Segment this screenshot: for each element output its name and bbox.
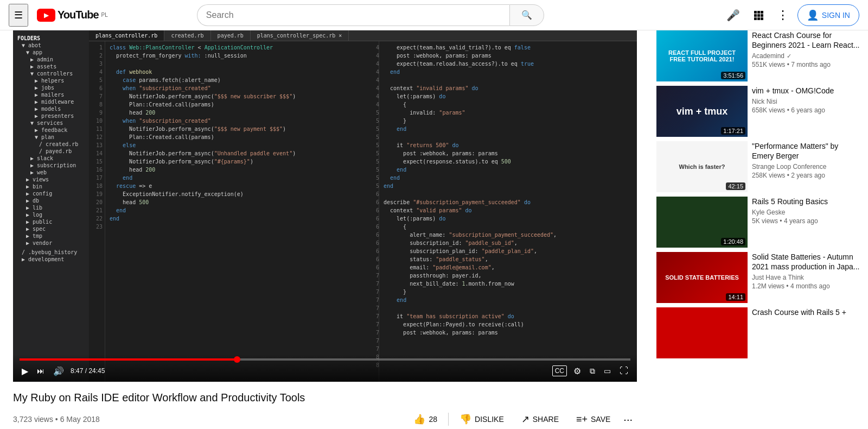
rec-channel-2: Strange Loop Conference [752, 163, 861, 171]
share-button[interactable]: ↗ SHARE [513, 409, 567, 429]
rec-title-0: React Crash Course for Beginners 2021 - … [752, 30, 861, 50]
rec-channel-0: Academind ✓ [752, 52, 861, 60]
video-actions: 👍 28 👎 DISLIKE ↗ SHARE ≡+ SAVE ··· [405, 409, 637, 429]
recommended-item[interactable]: SOLID STATE BATTERIES 14:11 Solid State … [656, 252, 861, 303]
microphone-button[interactable]: 🎤 [722, 4, 744, 26]
rec-info-4: Solid State Batteries - Autumn 2021 mass… [752, 252, 861, 303]
rec-title-4: Solid State Batteries - Autumn 2021 mass… [752, 252, 861, 272]
svg-rect-3 [754, 14, 757, 17]
recommended-item[interactable]: 1:20:48 Rails 5 Routing Basics Kyle Gesk… [656, 197, 861, 248]
miniplayer-button[interactable]: ⧉ [588, 365, 597, 377]
main-layout: FOLDERS ▼ abot ▼ app ▶ admin ▶ assets ▼ … [0, 30, 868, 429]
more-options-button[interactable]: ··· [619, 409, 637, 429]
svg-rect-2 [761, 11, 763, 14]
rec-channel-1: Nick Nisi [752, 98, 861, 105]
settings-button[interactable]: ⚙ [571, 365, 583, 377]
youtube-logo-icon [37, 9, 55, 22]
play-button[interactable]: ▶ [20, 365, 30, 377]
publish-date: 6 May 2018 [60, 415, 100, 424]
thumb-duration-3: 1:20:48 [721, 238, 745, 245]
rec-channel-4: Just Have a Think [752, 274, 861, 281]
thumbs-up-icon: 👍 [413, 413, 425, 425]
rec-title-2: "Performance Matters" by Emery Berger [752, 141, 861, 161]
rec-thumbnail-4: SOLID STATE BATTERIES 14:11 [656, 252, 748, 303]
header: ☰ YouTubePL 🔍 🎤 ⋮ 👤 SIGN IN [0, 0, 868, 30]
rec-meta-2: 258K views • 2 years ago [752, 172, 861, 179]
like-count: 28 [429, 415, 437, 424]
video-player[interactable]: FOLDERS ▼ abot ▼ app ▶ admin ▶ assets ▼ … [13, 30, 637, 382]
progress-bar[interactable] [20, 358, 630, 361]
search-button[interactable]: 🔍 [509, 4, 544, 26]
recommended-item[interactable]: REACT FULL PROJECT FREE TUTORIAL 2021! 3… [656, 30, 861, 81]
fullscreen-button[interactable]: ⛶ [617, 365, 630, 377]
rec-meta-1: 658K views • 6 years ago [752, 106, 861, 114]
share-label: SHARE [533, 415, 559, 424]
next-button[interactable]: ⏭ [35, 365, 47, 376]
rec-thumbnail-5 [656, 307, 748, 358]
save-button[interactable]: ≡+ SAVE [567, 409, 619, 429]
rec-thumbnail-3: 1:20:48 [656, 197, 748, 248]
time-current: 8:47 [71, 367, 83, 375]
more-button[interactable]: ⋮ [773, 4, 793, 27]
svg-rect-5 [761, 14, 763, 17]
time-display: 8:47 / 24:45 [71, 367, 105, 375]
rec-meta-0: 551K views • 7 months ago [752, 61, 861, 68]
video-meta: 3,723 views • 6 May 2018 👍 28 👎 DISLIKE … [13, 409, 637, 429]
theater-button[interactable]: ▭ [602, 365, 613, 376]
view-count: 3,723 views [13, 415, 53, 424]
date-separator: • [55, 415, 60, 424]
rec-info-0: React Crash Course for Beginners 2021 - … [752, 30, 861, 81]
video-controls: ▶ ⏭ 🔊 8:47 / 24:45 CC ⚙ ⧉ ▭ ⛶ [13, 354, 637, 382]
svg-rect-7 [757, 17, 760, 20]
rec-meta-4: 1.2M views • 4 months ago [752, 282, 861, 290]
rec-title-3: Rails 5 Routing Basics [752, 197, 861, 206]
recommended-item[interactable]: Crash Course with Rails 5 + [656, 307, 861, 358]
rec-info-2: "Performance Matters" by Emery Berger St… [752, 141, 861, 192]
youtube-country: PL [101, 12, 108, 18]
rec-title-1: vim + tmux - OMG!Code [752, 86, 861, 96]
video-thumbnail: FOLDERS ▼ abot ▼ app ▶ admin ▶ assets ▼ … [13, 30, 637, 382]
like-button[interactable]: 👍 28 [405, 409, 446, 429]
rec-meta-3: 5K views • 4 years ago [752, 217, 861, 225]
apps-button[interactable] [749, 5, 768, 25]
rec-info-3: Rails 5 Routing Basics Kyle Geske 5K vie… [752, 197, 861, 248]
rec-info-5: Crash Course with Rails 5 + [752, 307, 861, 358]
rec-thumbnail-2: Which is faster? 42:15 [656, 141, 748, 192]
thumb-duration-0: 3:51:56 [721, 72, 745, 79]
video-title: My Ruby on Rails IDE editor Workflow and… [13, 390, 637, 405]
svg-rect-1 [757, 11, 760, 14]
verified-icon: ✓ [787, 53, 792, 60]
search-bar: 🔍 [197, 4, 544, 26]
dislike-label: DISLIKE [475, 415, 504, 424]
thumbs-down-icon: 👎 [459, 413, 471, 425]
save-icon: ≡+ [576, 414, 588, 425]
save-label: SAVE [591, 415, 610, 424]
youtube-logo-text: YouTube [58, 9, 99, 21]
svg-rect-4 [757, 14, 760, 17]
dislike-button[interactable]: 👎 DISLIKE [451, 409, 513, 429]
thumb-bg-5 [656, 307, 748, 358]
file-sidebar: FOLDERS ▼ abot ▼ app ▶ admin ▶ assets ▼ … [13, 30, 89, 382]
recommended-item[interactable]: vim + tmux 1:17:21 vim + tmux - OMG!Code… [656, 86, 861, 137]
rec-thumbnail-0: REACT FULL PROJECT FREE TUTORIAL 2021! 3… [656, 30, 748, 81]
thumb-duration-1: 1:17:21 [721, 127, 745, 135]
rec-channel-3: Kyle Geske [752, 209, 861, 216]
progress-fill [20, 358, 237, 361]
sign-in-button[interactable]: 👤 SIGN IN [797, 4, 859, 26]
thumb-duration-4: 14:11 [726, 293, 745, 301]
rec-info-1: vim + tmux - OMG!Code Nick Nisi 658K vie… [752, 86, 861, 137]
recommended-item[interactable]: Which is faster? 42:15 "Performance Matt… [656, 141, 861, 192]
volume-button[interactable]: 🔊 [51, 365, 66, 377]
recommendations-sidebar: REACT FULL PROJECT FREE TUTORIAL 2021! 3… [650, 30, 868, 429]
time-total: 24:45 [88, 367, 105, 375]
subtitles-button[interactable]: CC [552, 365, 567, 376]
thumb-duration-2: 42:15 [726, 182, 745, 190]
svg-rect-0 [754, 11, 757, 14]
sign-in-label: SIGN IN [822, 11, 850, 20]
hamburger-menu[interactable]: ☰ [9, 4, 28, 27]
youtube-logo[interactable]: YouTubePL [37, 9, 108, 22]
user-avatar-icon: 👤 [807, 9, 819, 21]
search-input[interactable] [197, 4, 509, 26]
video-section: FOLDERS ▼ abot ▼ app ▶ admin ▶ assets ▼ … [0, 30, 650, 429]
video-stats: 3,723 views • 6 May 2018 [13, 415, 100, 424]
